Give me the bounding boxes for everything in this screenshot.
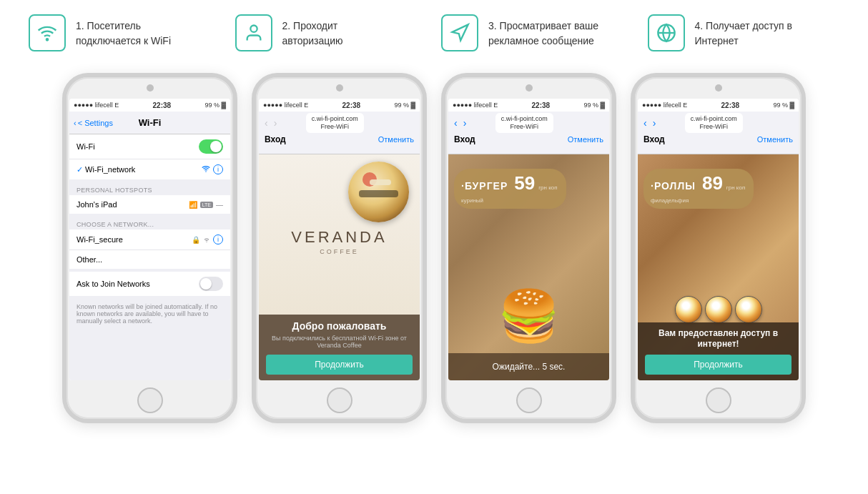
step-3: 3. Просматривает ваше рекламное сообщени… bbox=[434, 14, 641, 51]
person-icon bbox=[244, 23, 264, 43]
wifi-nav-bar: ‹ < Settings Wi-Fi bbox=[69, 112, 230, 134]
browser-nav-top: ‹ › c.wi-fi-point.com Free-WiFi bbox=[259, 112, 420, 134]
nav-arrows: ‹ › bbox=[643, 117, 656, 129]
welcome-title: Добро пожаловать bbox=[266, 320, 413, 332]
address-bar[interactable]: c.wi-fi-point.com Free-WiFi bbox=[685, 113, 743, 133]
forward-arrow-icon[interactable]: › bbox=[463, 117, 467, 129]
wifi-toggle[interactable] bbox=[199, 139, 223, 154]
phone-4-screen: ●●●●● lifecell E 22:38 99 % ▓ ‹ › c.wi-f… bbox=[638, 99, 799, 380]
cancel-button[interactable]: Отменить bbox=[568, 135, 603, 144]
svg-point-5 bbox=[206, 242, 207, 242]
badge-sub: куриный bbox=[461, 197, 483, 204]
entry-label: Вход bbox=[643, 134, 665, 144]
step-4: 4. Получает доступ в Интернет bbox=[641, 14, 847, 51]
forward-arrow-icon[interactable]: › bbox=[653, 117, 656, 129]
svg-point-4 bbox=[205, 171, 207, 172]
phone-3-status-bar: ●●●●● lifecell E 22:38 99 % ▓ bbox=[448, 99, 609, 112]
info-icon[interactable]: i bbox=[213, 164, 223, 174]
access-footer: Вам предоставлен доступ в интернет! Прод… bbox=[638, 322, 799, 380]
url-display: c.wi-fi-point.com Free-WiFi bbox=[312, 115, 358, 131]
back-arrow-icon[interactable]: ‹ bbox=[643, 117, 647, 129]
choose-network-section: Wi-Fi_secure 🔒 i Other... bbox=[69, 229, 230, 269]
phone-1-home-button[interactable] bbox=[137, 387, 163, 413]
phones-row: ●●●●● lifecell E 22:38 99 % ▓ ‹ < Settin… bbox=[21, 73, 847, 423]
choose-network-label: CHOOSE A NETWORK... bbox=[69, 217, 230, 229]
phone-3-browser-nav: ‹ › c.wi-fi-point.com Free-WiFi Вход Отм… bbox=[448, 112, 609, 154]
wifi-secure-right: 🔒 i bbox=[192, 234, 223, 244]
waiting-overlay: Ожидайте... 5 sec. bbox=[448, 353, 609, 380]
cancel-button[interactable]: Отменить bbox=[757, 135, 793, 144]
waiting-text: Ожидайте... 5 sec. bbox=[493, 362, 566, 372]
step-1: 1. Посетитель подключается к WiFi bbox=[21, 14, 228, 51]
access-text: Вам предоставлен доступ в интернет! bbox=[645, 328, 791, 350]
address-bar[interactable]: c.wi-fi-point.com Free-WiFi bbox=[306, 113, 364, 133]
phone-2-browser-nav: ‹ › c.wi-fi-point.com Free-WiFi Вход Отм… bbox=[259, 112, 420, 154]
cancel-button[interactable]: Отменить bbox=[378, 135, 414, 144]
browser-nav-top: ‹ › c.wi-fi-point.com Free-WiFi bbox=[638, 112, 799, 134]
time-display: 22:38 bbox=[721, 102, 740, 109]
battery-indicator: 99 % ▓ bbox=[394, 102, 415, 109]
phone-3: ●●●●● lifecell E 22:38 99 % ▓ ‹ › c.wi-f… bbox=[441, 73, 616, 423]
wifi-network-right: i bbox=[202, 164, 223, 174]
back-arrow-icon[interactable]: ‹ bbox=[265, 117, 268, 129]
phone-4-status-bar: ●●●●● lifecell E 22:38 99 % ▓ bbox=[638, 99, 799, 112]
url-display: c.wi-fi-point.com Free-WiFi bbox=[691, 115, 737, 131]
step-2-text: 2. Проходит авторизацию bbox=[282, 14, 343, 49]
hotspots-section-label: PERSONAL HOTSPOTS bbox=[69, 182, 230, 195]
ask-join-description: Known networks will be joined automatica… bbox=[69, 299, 230, 329]
step-2: 2. Проходит авторизацию bbox=[228, 14, 435, 51]
wifi-network-row[interactable]: ✓ Wi-Fi_network i bbox=[69, 159, 230, 179]
phone-2-home-button[interactable] bbox=[327, 387, 352, 413]
wifi-network-label: ✓ Wi-Fi_network bbox=[77, 165, 135, 174]
step-2-icon-box bbox=[235, 14, 272, 51]
johns-ipad-row[interactable]: John's iPad 📶 LTE — bbox=[69, 195, 230, 214]
phone-1-status-bar: ●●●●● lifecell E 22:38 99 % ▓ bbox=[69, 99, 230, 112]
time-display: 22:38 bbox=[342, 102, 361, 109]
step-4-icon-box bbox=[648, 14, 685, 51]
forward-arrow-icon[interactable]: › bbox=[274, 117, 277, 129]
splash-image: VERANDA COFFEE bbox=[259, 154, 420, 315]
step-3-text: 3. Просматривает ваше рекламное сообщени… bbox=[488, 14, 598, 49]
badge-price: 59 bbox=[514, 172, 535, 194]
other-label: Other... bbox=[77, 255, 102, 264]
phone-2: ●●●●● lifecell E 22:38 99 % ▓ ‹ › c.wi-f… bbox=[252, 73, 427, 423]
badge-name: ·БУРГЕР bbox=[461, 180, 508, 192]
entry-label: Вход bbox=[265, 134, 286, 144]
wifi-secure-row[interactable]: Wi-Fi_secure 🔒 i bbox=[69, 229, 230, 250]
info-icon-2[interactable]: i bbox=[213, 234, 223, 244]
back-button[interactable]: ‹ < Settings bbox=[74, 119, 113, 127]
continue-button[interactable]: Продолжить bbox=[266, 355, 413, 375]
badge-unit-4: грн коп bbox=[726, 184, 745, 191]
wood-background: ·БУРГЕР куриный 59 грн коп 🍔 Ожидайте...… bbox=[448, 154, 609, 380]
sushi-rolls-image bbox=[675, 296, 762, 323]
phone-3-home-button[interactable] bbox=[516, 387, 542, 413]
ask-join-row[interactable]: Ask to Join Networks bbox=[69, 272, 230, 296]
ask-join-section: Ask to Join Networks bbox=[69, 272, 230, 296]
dash-icon: — bbox=[216, 201, 223, 209]
wifi-label: Wi-Fi bbox=[77, 142, 95, 151]
time-display: 22:38 bbox=[532, 102, 551, 109]
other-network-row[interactable]: Other... bbox=[69, 250, 230, 269]
continue-button-4[interactable]: Продолжить bbox=[645, 355, 791, 375]
checkmark-icon: ✓ bbox=[77, 165, 85, 174]
entry-label: Вход bbox=[454, 134, 475, 144]
steps-header: 1. Посетитель подключается к WiFi 2. Про… bbox=[21, 14, 847, 51]
phone-4-home-button[interactable] bbox=[706, 387, 731, 413]
wood-background-4: ·РОЛЛЫ филадельфия 89 грн коп bbox=[638, 154, 799, 380]
badge-unit: грн коп bbox=[538, 184, 557, 191]
ad-content-4: ·РОЛЛЫ филадельфия 89 грн коп bbox=[638, 154, 799, 380]
burger-badge: ·БУРГЕР куриный 59 грн коп bbox=[454, 169, 566, 209]
back-arrow-icon[interactable]: ‹ bbox=[454, 117, 458, 129]
wifi-toggle-row[interactable]: Wi-Fi bbox=[69, 134, 230, 159]
chevron-left-icon: ‹ bbox=[74, 119, 77, 127]
battery-indicator: 99 % ▓ bbox=[204, 102, 226, 109]
svg-point-0 bbox=[46, 39, 48, 40]
svg-point-1 bbox=[250, 26, 257, 32]
signal-bars-icon: 📶 bbox=[189, 201, 197, 209]
phone-3-screen: ●●●●● lifecell E 22:38 99 % ▓ ‹ › c.wi-f… bbox=[448, 99, 609, 380]
browser-nav-top: ‹ › c.wi-fi-point.com Free-WiFi bbox=[448, 112, 609, 134]
sushi-image bbox=[348, 162, 409, 222]
address-bar[interactable]: c.wi-fi-point.com Free-WiFi bbox=[495, 113, 553, 133]
phone-4-browser-nav: ‹ › c.wi-fi-point.com Free-WiFi Вход Отм… bbox=[638, 112, 799, 154]
ask-join-toggle[interactable] bbox=[199, 277, 223, 291]
